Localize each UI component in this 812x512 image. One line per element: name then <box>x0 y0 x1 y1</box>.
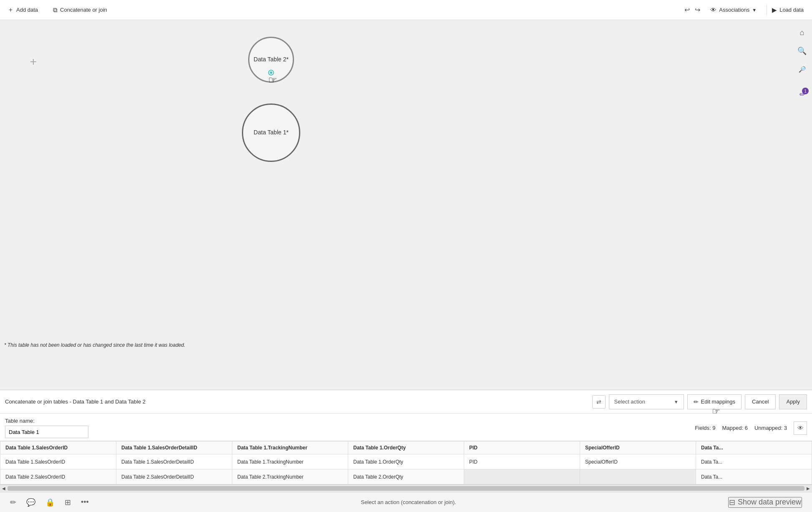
cell-0-2: Data Table 1.TrackingNumber <box>232 454 348 469</box>
cell-1-1: Data Table 2.SalesOrderDetailID <box>116 469 232 484</box>
undo-button[interactable]: ↩ <box>683 4 691 15</box>
eye-preview-icon: 👁 <box>797 424 804 431</box>
apply-label: Apply <box>786 399 800 405</box>
table-name-input[interactable] <box>5 426 88 438</box>
cell-0-5: SpecialOfferID <box>580 454 696 469</box>
add-node-button[interactable]: + <box>25 53 42 70</box>
data-table-wrapper: Data Table 1.SalesOrderID Data Table 1.S… <box>0 441 812 484</box>
cell-1-2: Data Table 2.TrackingNumber <box>232 469 348 484</box>
col-header-4: PID <box>464 441 580 454</box>
edit-mappings-button[interactable]: ✏ Edit mappings <box>687 394 742 409</box>
show-data-preview-button[interactable]: ⊟ Show data preview <box>728 497 802 508</box>
cancel-label: Cancel <box>752 399 769 405</box>
home-button[interactable]: ⌂ <box>794 25 809 40</box>
table-name-label: Table name: <box>5 418 88 424</box>
scroll-left-button[interactable]: ◀ <box>0 485 8 492</box>
chevron-down-icon: ▼ <box>752 8 757 13</box>
table-row: Data Table 2.SalesOrderID Data Table 2.S… <box>0 469 812 484</box>
concatenate-label: Concatenate or join <box>60 7 107 13</box>
table-stats: Fields: 9 Mapped: 6 Unmapped: 3 👁 <box>695 421 807 435</box>
cell-1-3: Data Table 2.OrderQty <box>348 469 464 484</box>
status-pencil-icon[interactable]: ✏ <box>10 498 16 507</box>
undo-redo-group: ↩ ↪ <box>683 4 702 15</box>
cell-0-0: Data Table 1.SalesOrderID <box>0 454 116 469</box>
select-action-label: Select action <box>614 399 645 405</box>
load-data-label: Load data <box>779 7 804 13</box>
status-bar: ✏ 💬 🔒 ⊞ ••• Select an action (concatenat… <box>0 492 812 512</box>
col-header-3: Data Table 1.OrderQty <box>348 441 464 454</box>
select-action-dropdown[interactable]: Select action ▼ <box>609 394 684 409</box>
swap-icon: ⇄ <box>596 399 601 405</box>
add-data-button[interactable]: ＋ Add data <box>5 4 40 15</box>
notification-badge: 1 <box>802 88 809 94</box>
data-table: Data Table 1.SalesOrderID Data Table 1.S… <box>0 441 812 484</box>
table-row: Data Table 1.SalesOrderID Data Table 1.S… <box>0 454 812 469</box>
data-table-1-label: Data Table 1* <box>250 125 292 140</box>
eye-icon: 👁 <box>710 6 716 13</box>
col-header-5: SpecialOfferID <box>580 441 696 454</box>
unmapped-count: Unmapped: 3 <box>754 425 787 431</box>
apply-button[interactable]: Apply <box>779 394 807 409</box>
col-header-2: Data Table 1.TrackingNumber <box>232 441 348 454</box>
horizontal-scrollbar[interactable]: ◀ ▶ <box>0 484 812 492</box>
col-header-1: Data Table 1.SalesOrderDetailID <box>116 441 232 454</box>
table-name-row: Table name: Fields: 9 Mapped: 6 Unmapped… <box>0 414 812 441</box>
scroll-right-button[interactable]: ▶ <box>804 485 812 492</box>
toolbar-title: Concatenate or join tables - Data Table … <box>5 399 589 405</box>
cell-0-4: PID <box>464 454 580 469</box>
col-header-0: Data Table 1.SalesOrderID <box>0 441 116 454</box>
status-message: Select an action (concatenation or join)… <box>361 499 456 505</box>
table-name-group: Table name: <box>5 418 88 438</box>
edit-mappings-label: Edit mappings <box>701 399 735 405</box>
top-bar: ＋ Add data ⧉ Concatenate or join ↩ ↪ 👁 A… <box>0 0 812 20</box>
connection-dot-2 <box>268 70 274 76</box>
show-data-preview-label: Show data preview <box>738 498 801 507</box>
plus-icon: + <box>30 55 37 68</box>
cell-1-5 <box>580 469 696 484</box>
toolbar-row: Concatenate or join tables - Data Table … <box>0 390 812 414</box>
status-grid-icon[interactable]: ⊞ <box>65 498 71 507</box>
status-lock-icon[interactable]: 🔒 <box>45 498 55 507</box>
right-toolbar: ⌂ 🔍 🔎 ✏ 1 <box>792 20 812 390</box>
zoom-in-icon: 🔍 <box>797 46 807 55</box>
cancel-button[interactable]: Cancel <box>745 394 776 409</box>
col-header-6: Data Ta... <box>696 441 812 454</box>
mapped-count: Mapped: 6 <box>722 425 748 431</box>
data-table-2-node[interactable]: Data Table 2* <box>248 37 294 83</box>
zoom-out-icon: 🔎 <box>799 66 806 73</box>
toolbar-actions: Select action ▼ ✏ Edit mappings ☞ Cancel… <box>609 394 807 409</box>
fields-count: Fields: 9 <box>695 425 715 431</box>
concatenate-button[interactable]: ⧉ Concatenate or join <box>50 5 110 15</box>
note-text: * This table has not been loaded or has … <box>4 342 185 348</box>
cell-1-0: Data Table 2.SalesOrderID <box>0 469 116 484</box>
associations-button[interactable]: 👁 Associations ▼ <box>707 5 760 15</box>
cell-1-4 <box>464 469 580 484</box>
cell-0-6: Data Ta... <box>696 454 812 469</box>
swap-button[interactable]: ⇄ <box>592 395 606 409</box>
connection-dot-inner-2 <box>270 71 272 74</box>
status-chat-icon[interactable]: 💬 <box>26 498 35 507</box>
data-table-1-node[interactable]: Data Table 1* <box>242 103 300 162</box>
dropdown-chevron-icon: ▼ <box>674 399 679 404</box>
preview-button[interactable]: 👁 <box>794 421 807 435</box>
zoom-in-button[interactable]: 🔍 <box>794 43 809 58</box>
table-header-row: Data Table 1.SalesOrderID Data Table 1.S… <box>0 441 812 454</box>
undo-icon: ↩ <box>684 6 690 14</box>
scroll-thumb[interactable] <box>8 486 804 491</box>
top-bar-right: ↩ ↪ 👁 Associations ▼ ▶ Load data <box>683 4 807 15</box>
status-bar-icons: ✏ 💬 🔒 ⊞ ••• <box>10 498 89 507</box>
redo-button[interactable]: ↪ <box>693 4 702 15</box>
load-data-button[interactable]: ▶ Load data <box>767 5 807 15</box>
edit-icon: ✏ <box>694 399 699 405</box>
status-more-icon[interactable]: ••• <box>81 498 89 507</box>
home-icon: ⌂ <box>800 28 804 37</box>
cell-0-1: Data Table 1.SalesOrderDetailID <box>116 454 232 469</box>
add-data-label: Add data <box>16 7 38 13</box>
play-icon: ▶ <box>772 6 777 14</box>
add-icon: ＋ <box>8 6 14 14</box>
show-preview-icon: ⊟ <box>729 498 735 507</box>
zoom-out-button[interactable]: 🔎 <box>794 62 809 77</box>
cell-1-6: Data Ta... <box>696 469 812 484</box>
canvas-area: + Data Table 2* ☞ Data Table 1* * This t… <box>0 20 812 390</box>
redo-icon: ↪ <box>695 6 700 14</box>
